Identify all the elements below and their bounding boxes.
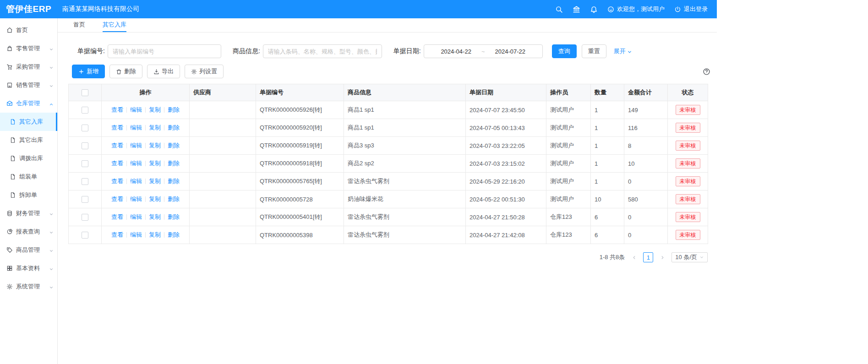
product-info-input[interactable] xyxy=(263,44,382,58)
delete-link[interactable]: 删除 xyxy=(168,142,180,149)
edit-link[interactable]: 编辑 xyxy=(130,196,142,202)
page-size-select[interactable]: 10 条/页 xyxy=(671,252,708,262)
goods-icon xyxy=(6,247,13,253)
add-button[interactable]: 新增 xyxy=(72,65,105,78)
export-button[interactable]: 导出 xyxy=(147,65,180,78)
delete-link[interactable]: 删除 xyxy=(168,213,180,220)
view-link[interactable]: 查看 xyxy=(111,196,123,202)
reset-button[interactable]: 重置 xyxy=(582,44,606,58)
copy-link[interactable]: 复制 xyxy=(149,142,161,149)
copy-link[interactable]: 复制 xyxy=(149,124,161,131)
view-link[interactable]: 查看 xyxy=(111,142,123,149)
row-checkbox[interactable] xyxy=(82,142,88,149)
logout-button[interactable]: 退出登录 xyxy=(674,5,708,13)
basedata-icon xyxy=(6,265,13,272)
sidebar-item-warehouse[interactable]: 仓库管理 xyxy=(0,94,57,113)
copy-link[interactable]: 复制 xyxy=(149,106,161,113)
sidebar-item-goods[interactable]: 商品管理 xyxy=(0,241,57,259)
row-checkbox[interactable] xyxy=(82,178,88,185)
view-link[interactable]: 查看 xyxy=(111,213,123,220)
qty-cell: 6 xyxy=(591,208,624,226)
sidebar-item-reports[interactable]: 报表查询 xyxy=(0,223,57,241)
bill-no-input[interactable] xyxy=(108,44,221,58)
sidebar-item-sales[interactable]: 销售管理 xyxy=(0,76,57,94)
row-checkbox[interactable] xyxy=(82,214,88,221)
delete-link[interactable]: 删除 xyxy=(168,231,180,238)
sidebar-item-purchase[interactable]: 采购管理 xyxy=(0,58,57,76)
welcome-user[interactable]: 欢迎您，测试用户 xyxy=(607,5,665,13)
row-checkbox[interactable] xyxy=(82,232,88,239)
col-bill-no: 单据编号 xyxy=(256,84,344,101)
column-settings-button[interactable]: 列设置 xyxy=(185,65,224,78)
copy-link[interactable]: 复制 xyxy=(149,178,161,185)
date-start-value[interactable]: 2024-04-22 xyxy=(441,48,471,55)
col-total: 金额合计 xyxy=(624,84,668,101)
row-checkbox[interactable] xyxy=(82,125,88,131)
view-link[interactable]: 查看 xyxy=(111,178,123,185)
chevron-right-icon xyxy=(660,255,665,260)
row-checkbox[interactable] xyxy=(82,160,88,167)
supplier-cell xyxy=(190,208,256,226)
select-all-checkbox[interactable] xyxy=(82,89,88,96)
view-link[interactable]: 查看 xyxy=(111,106,123,113)
sidebar-item-assembly[interactable]: 组装单 xyxy=(0,168,57,186)
delete-link[interactable]: 删除 xyxy=(168,124,180,131)
next-page-button[interactable] xyxy=(657,252,667,262)
bell-icon[interactable] xyxy=(590,5,598,13)
edit-link[interactable]: 编辑 xyxy=(130,106,142,113)
sidebar-item-other-inbound[interactable]: 其它入库 xyxy=(0,113,57,131)
sidebar-item-retail[interactable]: 零售管理 xyxy=(0,39,57,58)
delete-button[interactable]: 删除 xyxy=(109,65,142,78)
sidebar-item-disassembly[interactable]: 拆卸单 xyxy=(0,186,57,204)
operator-cell: 测试用户 xyxy=(546,155,591,173)
product-cell: 商品2 sp2 xyxy=(344,155,466,173)
tab-home[interactable]: 首页 xyxy=(73,18,85,32)
delete-link[interactable]: 删除 xyxy=(168,196,180,202)
edit-link[interactable]: 编辑 xyxy=(130,142,142,149)
tab-bar: 首页 其它入库 xyxy=(58,18,717,33)
sidebar-item-home[interactable]: 首页 xyxy=(0,21,57,39)
date-end-value[interactable]: 2024-07-22 xyxy=(495,48,525,55)
qty-cell: 6 xyxy=(591,226,624,244)
product-cell: 商品1 sp1 xyxy=(344,101,466,119)
page-number[interactable]: 1 xyxy=(643,252,653,262)
expand-link[interactable]: 展开 xyxy=(614,47,632,55)
date-range-picker[interactable]: 2024-04-22 ~ 2024-07-22 xyxy=(424,44,543,58)
delete-link[interactable]: 删除 xyxy=(168,178,180,185)
sidebar-item-transfer-outbound[interactable]: 调拨出库 xyxy=(0,149,57,168)
sidebar-item-system[interactable]: 系统管理 xyxy=(0,277,57,296)
edit-link[interactable]: 编辑 xyxy=(130,160,142,167)
table-row: 查看编辑复制删除 QTRK00000005920[转] 商品1 sp1 2024… xyxy=(69,119,708,137)
col-supplier: 供应商 xyxy=(190,84,256,101)
edit-link[interactable]: 编辑 xyxy=(130,231,142,238)
view-link[interactable]: 查看 xyxy=(111,124,123,131)
chevron-down-icon xyxy=(49,266,54,271)
copy-link[interactable]: 复制 xyxy=(149,213,161,220)
delete-link[interactable]: 删除 xyxy=(168,160,180,167)
sidebar-item-basedata[interactable]: 基本资料 xyxy=(0,259,57,277)
edit-link[interactable]: 编辑 xyxy=(130,178,142,185)
row-checkbox[interactable] xyxy=(82,196,88,203)
row-checkbox[interactable] xyxy=(82,107,88,114)
help-icon[interactable] xyxy=(703,68,710,76)
search-icon[interactable] xyxy=(555,5,563,13)
total-cell: 10 xyxy=(624,155,668,173)
edit-link[interactable]: 编辑 xyxy=(130,213,142,220)
view-link[interactable]: 查看 xyxy=(111,160,123,167)
tab-other-inbound[interactable]: 其它入库 xyxy=(103,18,126,32)
view-link[interactable]: 查看 xyxy=(111,231,123,238)
date-cell: 2024-07-03 23:15:02 xyxy=(466,155,546,173)
total-cell: 8 xyxy=(624,137,668,155)
chevron-down-icon xyxy=(627,49,632,54)
edit-link[interactable]: 编辑 xyxy=(130,124,142,131)
sidebar-item-finance[interactable]: 财务管理 xyxy=(0,204,57,223)
copy-link[interactable]: 复制 xyxy=(149,160,161,167)
divider xyxy=(164,214,164,220)
copy-link[interactable]: 复制 xyxy=(149,196,161,202)
building-icon[interactable] xyxy=(573,5,580,13)
search-button[interactable]: 查询 xyxy=(552,44,577,58)
prev-page-button[interactable] xyxy=(629,252,639,262)
copy-link[interactable]: 复制 xyxy=(149,231,161,238)
sidebar-item-other-outbound[interactable]: 其它出库 xyxy=(0,131,57,149)
delete-link[interactable]: 删除 xyxy=(168,106,180,113)
